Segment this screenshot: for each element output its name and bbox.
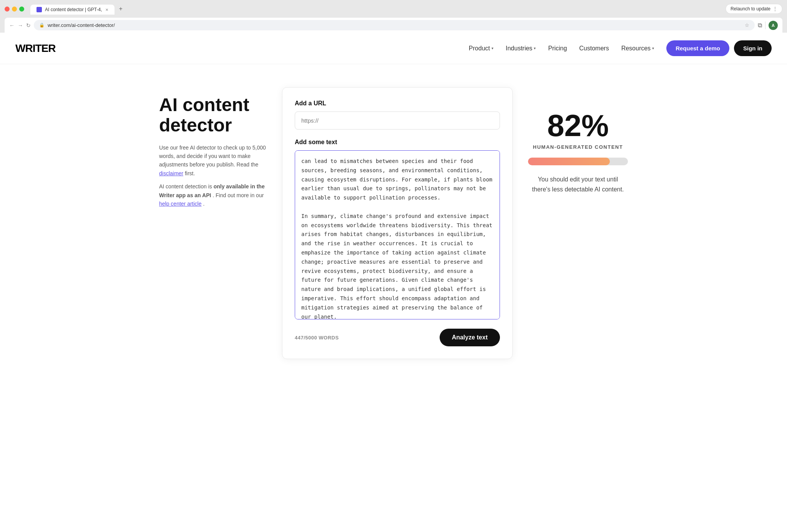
text-field-label: Add some text [295, 139, 500, 146]
page: WRITER Product ▾ Industries ▾ Pricing Cu… [0, 33, 787, 532]
disclaimer-link[interactable]: disclaimer [159, 170, 183, 176]
maximize-window-button[interactable] [19, 7, 24, 12]
new-tab-button[interactable]: + [115, 3, 127, 15]
extensions-icon[interactable]: ⧉ [758, 22, 762, 29]
relaunch-update-button[interactable]: Relaunch to update ⋮ [726, 4, 782, 14]
resources-arrow-icon: ▾ [652, 46, 654, 50]
progress-bar [528, 158, 628, 165]
back-button[interactable]: ← [9, 22, 15, 28]
nav-buttons: ← → ↻ [9, 22, 31, 28]
nav-customers[interactable]: Customers [579, 45, 609, 52]
nav-pricing[interactable]: Pricing [548, 45, 567, 52]
minimize-window-button[interactable] [12, 7, 17, 12]
help-center-link[interactable]: help center article [159, 201, 202, 207]
result-note: You should edit your text until there's … [528, 175, 628, 194]
industries-arrow-icon: ▾ [534, 46, 536, 50]
url-text: writer.com/ai-content-detector/ [48, 22, 115, 28]
analyze-button[interactable]: Analyze text [440, 329, 500, 346]
logo[interactable]: WRITER [15, 42, 55, 55]
url-bar[interactable]: 🔒 writer.com/ai-content-detector/ ☆ [34, 20, 755, 30]
active-tab[interactable]: AI content detector | GPT-4, ✕ [30, 5, 115, 15]
nav-industries[interactable]: Industries ▾ [506, 45, 536, 52]
percentage-value: 82% [547, 110, 609, 141]
word-count: 447/5000 WORDS [295, 335, 339, 341]
relaunch-more-icon: ⋮ [773, 6, 777, 12]
sign-in-button[interactable]: Sign in [734, 40, 772, 56]
tab-favicon-icon [37, 7, 42, 12]
url-field-label: Add a URL [295, 100, 500, 107]
browser-titlebar: AI content detector | GPT-4, ✕ + Relaunc… [5, 3, 782, 18]
browser-tabs: AI content detector | GPT-4, ✕ + [30, 3, 127, 15]
browser-chrome: AI content detector | GPT-4, ✕ + Relaunc… [0, 0, 787, 33]
browser-actions: ⧉ A [758, 21, 778, 30]
text-input[interactable]: can lead to mismatches between species a… [295, 150, 500, 319]
right-panel: 82% HUMAN-GENERATED CONTENT You should e… [528, 87, 628, 359]
browser-urlbar: ← → ↻ 🔒 writer.com/ai-content-detector/ … [5, 18, 782, 33]
bookmark-icon[interactable]: ☆ [745, 22, 749, 28]
lock-icon: 🔒 [39, 23, 45, 28]
center-panel: Add a URL Add some text can lead to mism… [282, 87, 513, 359]
progress-bar-fill [528, 158, 610, 165]
main-nav: WRITER Product ▾ Industries ▾ Pricing Cu… [0, 33, 787, 64]
reload-button[interactable]: ↻ [26, 22, 31, 28]
bottom-bar: 447/5000 WORDS Analyze text [295, 329, 500, 346]
page-description: Use our free AI detector to check up to … [159, 143, 267, 178]
page-title: AI content detector [159, 95, 267, 136]
close-window-button[interactable] [5, 7, 10, 12]
nav-links: Product ▾ Industries ▾ Pricing Customers… [469, 45, 654, 52]
request-demo-button[interactable]: Request a demo [666, 40, 729, 56]
page-note: AI content detection is only available i… [159, 182, 267, 208]
product-arrow-icon: ▾ [491, 46, 493, 50]
tab-title: AI content detector | GPT-4, [45, 7, 102, 12]
user-avatar[interactable]: A [769, 21, 778, 30]
traffic-lights [5, 7, 24, 12]
url-input[interactable] [295, 111, 500, 130]
main-content: AI content detector Use our free AI dete… [144, 64, 643, 382]
nav-resources[interactable]: Resources ▾ [621, 45, 654, 52]
relaunch-label: Relaunch to update [731, 6, 770, 12]
left-panel: AI content detector Use our free AI dete… [159, 87, 267, 359]
tab-close-icon[interactable]: ✕ [105, 8, 108, 12]
nav-product[interactable]: Product ▾ [469, 45, 493, 52]
percentage-label: HUMAN-GENERATED CONTENT [533, 144, 623, 150]
forward-button[interactable]: → [18, 22, 23, 28]
